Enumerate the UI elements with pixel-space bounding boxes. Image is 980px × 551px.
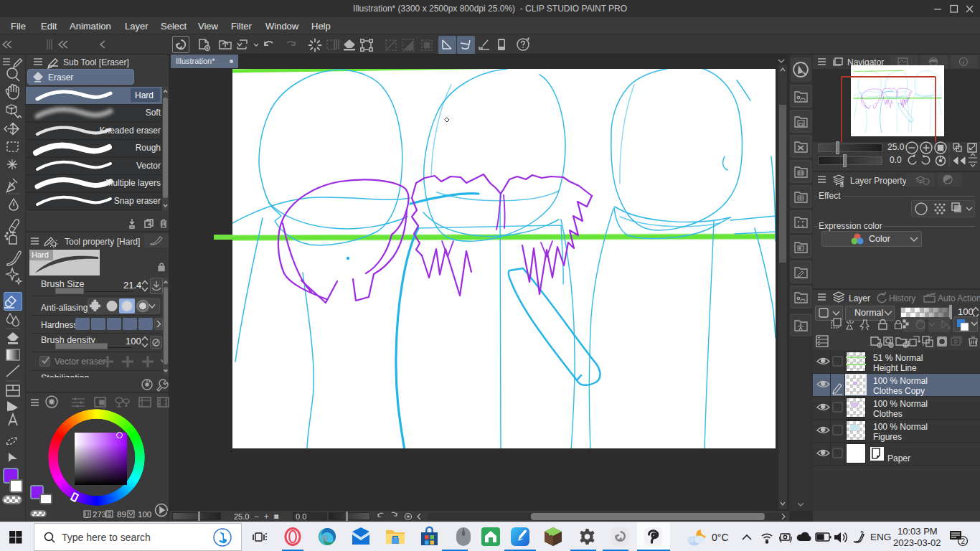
svg-text:2: 2 bbox=[961, 537, 966, 545]
